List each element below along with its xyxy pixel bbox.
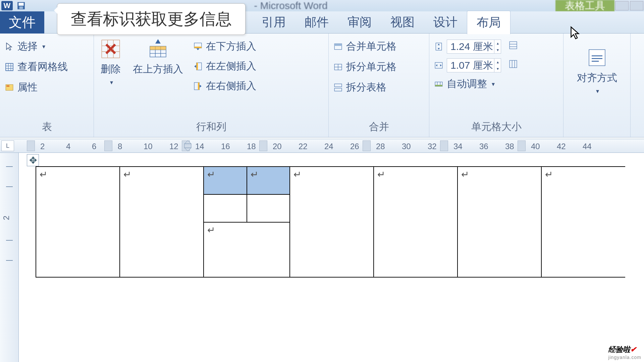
delete-label: 删除 — [101, 62, 121, 76]
spinner-down-icon[interactable]: ▾ — [494, 65, 501, 72]
insert-right-button[interactable]: 在右侧插入 — [192, 79, 258, 93]
ruler-tick: 18 — [247, 142, 256, 151]
mouse-cursor-icon — [570, 26, 580, 40]
group-table-label: 表 — [0, 119, 94, 137]
tab-view[interactable]: 视图 — [381, 11, 424, 34]
table-cell-selected[interactable]: ↵ — [204, 167, 247, 194]
table-cell-selected[interactable]: ↵ — [247, 167, 290, 194]
gridlines-button[interactable]: 查看网格线 — [3, 60, 69, 74]
spinner-down-icon[interactable]: ▾ — [494, 47, 501, 53]
properties-icon — [5, 83, 14, 92]
svg-rect-26 — [198, 82, 199, 90]
table-cell[interactable]: ↵ — [541, 167, 625, 277]
group-cell-size: 1.24 厘米 ▴▾ 1.07 厘米 ▴▾ 自动调整 — [429, 34, 564, 137]
autofit-button[interactable]: 自动调整 — [433, 77, 502, 91]
contextual-tab-title: 表格工具 — [555, 0, 614, 11]
properties-label: 属性 — [17, 80, 38, 94]
ruler-tick: 28 — [376, 142, 385, 151]
indent-marker[interactable] — [183, 139, 193, 153]
merge-cells-button[interactable]: 合并单元格 — [332, 40, 398, 53]
title-bar: W 查看标识获取更多信息 - Microsoft Word 表格工具 — [0, 0, 644, 11]
tab-mailings[interactable]: 邮件 — [295, 11, 338, 34]
select-button[interactable]: 选择 — [3, 40, 69, 53]
alignment-icon — [586, 47, 608, 68]
properties-button[interactable]: 属性 — [3, 80, 69, 94]
ruler-column-marker[interactable] — [518, 140, 526, 151]
table-cell[interactable]: ↵ — [374, 167, 458, 277]
row-height-control[interactable]: 1.24 厘米 ▴▾ — [433, 40, 502, 54]
insert-right-label: 在右侧插入 — [206, 79, 256, 93]
page[interactable]: ✥ ↵ ↵ ↵ ↵ ↵ ↵ ↵ ↵ ↵ — [19, 153, 644, 362]
width-value: 1.07 厘米 — [447, 59, 494, 72]
ruler-column-marker[interactable] — [440, 140, 448, 151]
ruler-tick: 42 — [557, 142, 566, 151]
tab-selector[interactable]: L — [1, 140, 14, 151]
table-move-handle[interactable]: ✥ — [27, 154, 39, 166]
tab-file[interactable]: 文件 — [0, 11, 44, 34]
distribute-rows-icon[interactable] — [508, 41, 518, 50]
distribute-cols-icon[interactable] — [508, 60, 518, 68]
svg-rect-50 — [184, 144, 191, 148]
qat-save-button[interactable] — [16, 1, 26, 10]
insert-above-button[interactable]: 在上方插入 — [130, 38, 186, 77]
tab-layout[interactable]: 布局 — [467, 11, 511, 34]
spinner-up-icon[interactable]: ▴ — [494, 40, 501, 47]
delete-button[interactable]: 删除 — [97, 38, 124, 87]
width-spinner[interactable]: 1.07 厘米 ▴▾ — [447, 58, 501, 72]
autofit-icon — [434, 80, 443, 88]
svg-rect-22 — [194, 47, 202, 48]
spinner-up-icon[interactable]: ▴ — [494, 59, 501, 65]
table-cell[interactable]: ↵ — [290, 167, 374, 277]
insert-right-icon — [193, 82, 203, 90]
ruler-column-marker[interactable] — [363, 140, 371, 151]
split-cells-icon — [333, 63, 343, 71]
vruler-tick: 2 — [2, 216, 11, 220]
gridlines-label: 查看网格线 — [17, 60, 68, 74]
split-table-button[interactable]: 拆分表格 — [332, 80, 398, 94]
ruler-tick: 14 — [195, 142, 204, 151]
group-cellsize-label: 单元格大小 — [429, 119, 563, 137]
ruler-tick: 30 — [402, 142, 411, 151]
insert-left-button[interactable]: 在左侧插入 — [192, 59, 258, 73]
document-area: 2 ✥ ↵ ↵ ↵ ↵ ↵ ↵ ↵ ↵ ↵ — [0, 153, 644, 362]
ruler-column-marker[interactable] — [259, 140, 267, 151]
split-cells-button[interactable]: 拆分单元格 — [332, 60, 398, 74]
svg-rect-40 — [509, 42, 517, 49]
group-table: 选择 查看网格线 属性 表 — [0, 34, 94, 137]
table-cell[interactable]: ↵ — [458, 167, 541, 277]
group-rows-cols: 删除 在上方插入 在下方插入 在左侧插入 在右侧插入 — [94, 34, 329, 137]
table-cell[interactable]: ↵ — [36, 167, 120, 277]
col-width-control[interactable]: 1.07 厘米 ▴▾ — [433, 58, 502, 72]
ruler-tick: 36 — [479, 142, 488, 151]
alignment-button[interactable]: 对齐方式 — [574, 46, 620, 96]
ruler-tick: 26 — [350, 142, 359, 151]
word-table[interactable]: ↵ ↵ ↵ ↵ ↵ ↵ ↵ ↵ ↵ — [36, 166, 625, 278]
vertical-ruler[interactable]: 2 — [0, 153, 19, 362]
insert-below-button[interactable]: 在下方插入 — [192, 40, 258, 53]
row-height-icon — [434, 42, 443, 51]
table-cell[interactable] — [247, 194, 290, 222]
minimize-button[interactable] — [615, 1, 629, 10]
ruler-column-marker[interactable] — [27, 140, 35, 151]
group-merge: 合并单元格 拆分单元格 拆分表格 合并 — [329, 34, 429, 137]
height-value: 1.24 厘米 — [447, 40, 494, 54]
maximize-button[interactable] — [630, 1, 643, 10]
ruler-tick: 44 — [583, 142, 592, 151]
autofit-label: 自动调整 — [447, 77, 487, 91]
table-cell[interactable]: ↵ — [204, 222, 290, 277]
svg-rect-9 — [6, 85, 9, 86]
horizontal-ruler[interactable]: L 24681012141618202224262830323436384042… — [0, 139, 644, 153]
watermark: 经验啦✔ jingyanla.com — [608, 345, 641, 360]
split-cells-label: 拆分单元格 — [346, 60, 396, 74]
tab-review[interactable]: 审阅 — [338, 11, 381, 34]
tab-references[interactable]: 引用 — [252, 11, 295, 34]
ruler-column-marker[interactable] — [104, 140, 112, 151]
tab-design[interactable]: 设计 — [424, 11, 467, 34]
svg-rect-28 — [334, 44, 342, 46]
table-cell[interactable]: ↵ — [120, 167, 204, 277]
split-table-icon — [333, 83, 343, 92]
height-spinner[interactable]: 1.24 厘米 ▴▾ — [447, 40, 501, 54]
ruler-tick: 8 — [118, 142, 122, 151]
alignment-label: 对齐方式 — [577, 71, 617, 85]
table-cell[interactable] — [204, 194, 247, 222]
